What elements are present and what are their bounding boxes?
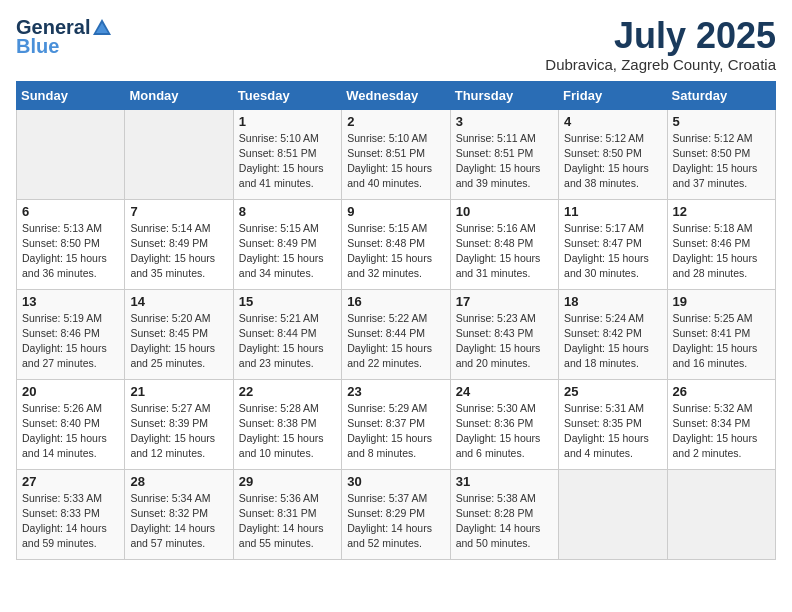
calendar-cell: 22Sunrise: 5:28 AMSunset: 8:38 PMDayligh… — [233, 379, 341, 469]
day-info-line: Sunset: 8:31 PM — [239, 506, 336, 521]
day-info-line: Daylight: 15 hours and 28 minutes. — [673, 251, 770, 281]
day-info-line: Sunset: 8:28 PM — [456, 506, 553, 521]
day-info-line: Sunset: 8:46 PM — [22, 326, 119, 341]
calendar-week-row: 20Sunrise: 5:26 AMSunset: 8:40 PMDayligh… — [17, 379, 776, 469]
day-info-line: Sunrise: 5:26 AM — [22, 401, 119, 416]
day-info-line: Sunset: 8:38 PM — [239, 416, 336, 431]
day-info-line: Sunset: 8:49 PM — [130, 236, 227, 251]
day-number: 4 — [564, 114, 661, 129]
day-info-line: Sunrise: 5:14 AM — [130, 221, 227, 236]
calendar-cell: 30Sunrise: 5:37 AMSunset: 8:29 PMDayligh… — [342, 469, 450, 559]
calendar-cell: 15Sunrise: 5:21 AMSunset: 8:44 PMDayligh… — [233, 289, 341, 379]
day-number: 31 — [456, 474, 553, 489]
day-info-line: Sunrise: 5:20 AM — [130, 311, 227, 326]
weekday-header: Saturday — [667, 81, 775, 109]
calendar-cell: 24Sunrise: 5:30 AMSunset: 8:36 PMDayligh… — [450, 379, 558, 469]
calendar-cell: 23Sunrise: 5:29 AMSunset: 8:37 PMDayligh… — [342, 379, 450, 469]
calendar-cell: 16Sunrise: 5:22 AMSunset: 8:44 PMDayligh… — [342, 289, 450, 379]
day-info-line: Daylight: 15 hours and 37 minutes. — [673, 161, 770, 191]
day-info-line: Daylight: 15 hours and 25 minutes. — [130, 341, 227, 371]
day-info-line: Sunrise: 5:27 AM — [130, 401, 227, 416]
day-info-line: Sunrise: 5:36 AM — [239, 491, 336, 506]
calendar-cell: 4Sunrise: 5:12 AMSunset: 8:50 PMDaylight… — [559, 109, 667, 199]
weekday-header: Friday — [559, 81, 667, 109]
day-info-line: Sunrise: 5:12 AM — [564, 131, 661, 146]
day-info-line: Daylight: 15 hours and 4 minutes. — [564, 431, 661, 461]
calendar-cell: 19Sunrise: 5:25 AMSunset: 8:41 PMDayligh… — [667, 289, 775, 379]
day-info-line: Sunrise: 5:25 AM — [673, 311, 770, 326]
day-info-line: Sunrise: 5:28 AM — [239, 401, 336, 416]
day-number: 13 — [22, 294, 119, 309]
day-info-line: Daylight: 14 hours and 57 minutes. — [130, 521, 227, 551]
day-info-line: Daylight: 15 hours and 40 minutes. — [347, 161, 444, 191]
day-info-line: Sunrise: 5:23 AM — [456, 311, 553, 326]
calendar-cell: 7Sunrise: 5:14 AMSunset: 8:49 PMDaylight… — [125, 199, 233, 289]
day-info-line: Sunrise: 5:33 AM — [22, 491, 119, 506]
weekday-header: Thursday — [450, 81, 558, 109]
day-info-line: Sunset: 8:49 PM — [239, 236, 336, 251]
day-info-line: Sunset: 8:32 PM — [130, 506, 227, 521]
calendar-cell — [17, 109, 125, 199]
day-number: 12 — [673, 204, 770, 219]
calendar-week-row: 27Sunrise: 5:33 AMSunset: 8:33 PMDayligh… — [17, 469, 776, 559]
day-info-line: Sunset: 8:34 PM — [673, 416, 770, 431]
day-info-line: Daylight: 15 hours and 6 minutes. — [456, 431, 553, 461]
calendar-cell: 10Sunrise: 5:16 AMSunset: 8:48 PMDayligh… — [450, 199, 558, 289]
logo: General Blue — [16, 16, 114, 58]
day-info-line: Sunset: 8:44 PM — [347, 326, 444, 341]
day-info-line: Sunrise: 5:21 AM — [239, 311, 336, 326]
day-number: 27 — [22, 474, 119, 489]
day-info-line: Daylight: 14 hours and 50 minutes. — [456, 521, 553, 551]
day-info-line: Daylight: 15 hours and 8 minutes. — [347, 431, 444, 461]
day-info-line: Sunset: 8:46 PM — [673, 236, 770, 251]
day-info-line: Sunrise: 5:13 AM — [22, 221, 119, 236]
weekday-header: Tuesday — [233, 81, 341, 109]
day-number: 21 — [130, 384, 227, 399]
calendar-cell: 21Sunrise: 5:27 AMSunset: 8:39 PMDayligh… — [125, 379, 233, 469]
day-info-line: Sunset: 8:33 PM — [22, 506, 119, 521]
day-number: 22 — [239, 384, 336, 399]
day-info-line: Sunset: 8:48 PM — [456, 236, 553, 251]
day-info-line: Sunset: 8:41 PM — [673, 326, 770, 341]
calendar-week-row: 6Sunrise: 5:13 AMSunset: 8:50 PMDaylight… — [17, 199, 776, 289]
day-info-line: Sunrise: 5:16 AM — [456, 221, 553, 236]
day-info-line: Daylight: 15 hours and 36 minutes. — [22, 251, 119, 281]
day-number: 15 — [239, 294, 336, 309]
day-info-line: Daylight: 14 hours and 59 minutes. — [22, 521, 119, 551]
day-info-line: Sunset: 8:43 PM — [456, 326, 553, 341]
calendar-cell: 14Sunrise: 5:20 AMSunset: 8:45 PMDayligh… — [125, 289, 233, 379]
day-info-line: Sunset: 8:44 PM — [239, 326, 336, 341]
calendar-cell: 13Sunrise: 5:19 AMSunset: 8:46 PMDayligh… — [17, 289, 125, 379]
day-info-line: Daylight: 14 hours and 52 minutes. — [347, 521, 444, 551]
day-number: 23 — [347, 384, 444, 399]
day-info-line: Sunset: 8:51 PM — [456, 146, 553, 161]
day-info-line: Daylight: 15 hours and 16 minutes. — [673, 341, 770, 371]
day-info-line: Sunrise: 5:22 AM — [347, 311, 444, 326]
calendar-cell — [559, 469, 667, 559]
day-info-line: Sunset: 8:47 PM — [564, 236, 661, 251]
day-info-line: Sunrise: 5:17 AM — [564, 221, 661, 236]
day-info-line: Sunrise: 5:34 AM — [130, 491, 227, 506]
day-info-line: Daylight: 15 hours and 10 minutes. — [239, 431, 336, 461]
logo-blue: Blue — [16, 35, 59, 58]
day-info-line: Sunrise: 5:38 AM — [456, 491, 553, 506]
day-info-line: Daylight: 15 hours and 39 minutes. — [456, 161, 553, 191]
day-info-line: Sunrise: 5:15 AM — [239, 221, 336, 236]
calendar-cell — [125, 109, 233, 199]
day-info-line: Sunset: 8:35 PM — [564, 416, 661, 431]
day-info-line: Sunrise: 5:11 AM — [456, 131, 553, 146]
day-info-line: Daylight: 15 hours and 27 minutes. — [22, 341, 119, 371]
day-info-line: Sunrise: 5:24 AM — [564, 311, 661, 326]
day-info-line: Daylight: 15 hours and 12 minutes. — [130, 431, 227, 461]
day-info-line: Daylight: 15 hours and 41 minutes. — [239, 161, 336, 191]
day-info-line: Sunset: 8:51 PM — [239, 146, 336, 161]
day-info-line: Sunrise: 5:31 AM — [564, 401, 661, 416]
calendar-week-row: 13Sunrise: 5:19 AMSunset: 8:46 PMDayligh… — [17, 289, 776, 379]
day-number: 20 — [22, 384, 119, 399]
day-info-line: Daylight: 15 hours and 18 minutes. — [564, 341, 661, 371]
day-info-line: Sunrise: 5:10 AM — [347, 131, 444, 146]
calendar-cell: 27Sunrise: 5:33 AMSunset: 8:33 PMDayligh… — [17, 469, 125, 559]
day-info-line: Daylight: 15 hours and 2 minutes. — [673, 431, 770, 461]
day-number: 3 — [456, 114, 553, 129]
logo-icon — [91, 17, 113, 39]
